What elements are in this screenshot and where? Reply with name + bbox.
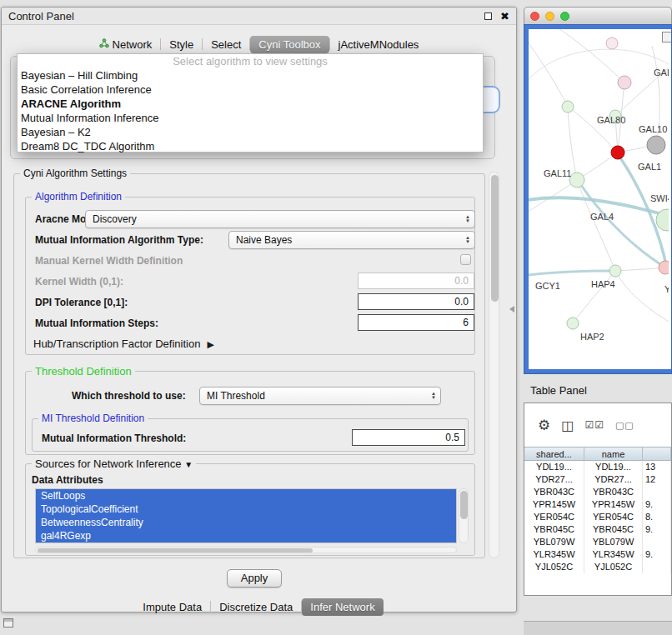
manual-kernel-checkbox[interactable] <box>460 254 471 265</box>
network-view-window: GALGAL80GAL10GAL11GAL1SWI4GAL4GCY1HAP4YH… <box>524 7 672 374</box>
hub-definition-toggle[interactable]: Hub/Transcription Factor Definition▶ <box>33 338 214 350</box>
column-header-partial[interactable] <box>643 448 671 460</box>
table-cell: YBR043C <box>584 486 643 498</box>
table-cell: 13 <box>643 461 671 473</box>
tab-discretize-data[interactable]: Discretize Data <box>211 598 301 616</box>
dropdown-placeholder-item[interactable]: Select algorithm to view settings <box>18 54 483 68</box>
table-row[interactable]: YBR045CYBR045C9. <box>524 523 671 536</box>
table-row[interactable]: YJL052CYJL052C <box>524 561 671 573</box>
table-row[interactable]: YER054CYER054C8. <box>524 511 671 523</box>
list-item[interactable]: TopologicalCoefficient <box>36 502 456 516</box>
network-edge <box>615 268 665 271</box>
network-node[interactable] <box>606 38 618 49</box>
window-close-button[interactable] <box>530 12 539 21</box>
float-panel-icon[interactable] <box>484 12 492 20</box>
dropdown-item[interactable]: Basic Correlation Inference <box>18 82 483 97</box>
network-node[interactable] <box>618 76 631 89</box>
apply-button[interactable]: Apply <box>227 569 282 588</box>
tab-jactivemnodules[interactable]: jActiveMNodules <box>330 36 428 53</box>
checked-boxes-icon[interactable]: ☑☑ <box>584 419 604 431</box>
network-node[interactable] <box>562 101 574 112</box>
obscured-combobox-fragment <box>482 86 500 113</box>
settings-scrollbar[interactable] <box>489 172 499 558</box>
sources-toggle[interactable]: Sources for Network Inference ▼ <box>32 458 196 470</box>
list-item[interactable]: BetweennessCentrality <box>36 516 456 529</box>
tab-impute-data[interactable]: Impute Data <box>134 598 210 616</box>
column-header-name[interactable]: name <box>584 448 643 460</box>
column-selector-icon[interactable]: ◫ <box>561 418 574 433</box>
network-window-titlebar <box>524 7 672 24</box>
network-node[interactable] <box>611 146 624 159</box>
network-node-label: GAL <box>654 68 669 78</box>
mi-type-label: Mutual Information Algorithm Type: <box>35 234 203 246</box>
attributes-list-hscrollbar[interactable] <box>35 547 457 553</box>
list-item[interactable]: gal4RGexp <box>36 529 456 542</box>
mi-type-value: Naive Bayes <box>236 234 292 246</box>
network-node-label: HAP2 <box>580 332 604 342</box>
window-minimize-button[interactable] <box>545 12 554 21</box>
table-cell: 8. <box>643 511 671 523</box>
mi-steps-input[interactable]: 6 <box>358 314 474 331</box>
combo-arrows-icon: ▲▼ <box>427 392 440 400</box>
dpi-tolerance-input[interactable]: 0.0 <box>358 293 474 310</box>
kernel-width-input[interactable]: 0.0 <box>358 272 474 289</box>
splitter-collapse-button[interactable] <box>509 306 514 312</box>
dropdown-item[interactable]: Bayesian – Hill Climbing <box>18 68 483 82</box>
window-zoom-button[interactable] <box>560 12 569 21</box>
network-node-label: Y <box>664 284 669 294</box>
aracne-mode-select[interactable]: Discovery ▲▼ <box>85 210 475 228</box>
combo-arrows-icon: ▲▼ <box>461 236 474 244</box>
attribute-table-rows: YDL19...YDL19...13YDR27...YDR27...12YBR0… <box>524 461 671 573</box>
network-edge <box>554 29 624 82</box>
table-cell: 9. <box>643 523 671 536</box>
table-cell: YDL19... <box>584 461 643 473</box>
close-icon[interactable]: ✖ <box>500 11 509 22</box>
tab-infer-network[interactable]: Infer Network <box>302 598 383 616</box>
network-node[interactable] <box>567 318 579 329</box>
table-row[interactable]: YBL079WYBL079W <box>524 536 671 548</box>
list-item[interactable]: SelfLoops <box>36 489 456 502</box>
network-node-label: GAL1 <box>638 162 661 172</box>
table-panel-title: Table Panel <box>530 384 587 397</box>
attributes-list-scrollbar[interactable] <box>459 488 469 543</box>
gear-icon[interactable]: ⚙ <box>538 417 550 434</box>
table-row[interactable]: YPR145WYPR145W9. <box>524 498 671 511</box>
tab-cyni-toolbox[interactable]: Cyni Toolbox <box>250 36 328 53</box>
table-cell: YER054C <box>584 511 643 523</box>
network-node-label: GAL80 <box>597 115 625 125</box>
panel-toggle-icon[interactable] <box>3 618 13 628</box>
tab-network[interactable]: Network <box>91 36 161 53</box>
dropdown-item[interactable]: Dream8 DC_TDC Algorithm <box>18 139 483 153</box>
tab-label: jActiveMNodules <box>339 38 419 51</box>
threshold-select[interactable]: MI Threshold ▲▼ <box>199 387 441 405</box>
dropdown-item[interactable]: Mutual Information Inference <box>18 111 483 125</box>
table-cell: YPR145W <box>584 498 643 511</box>
network-canvas-svg: GALGAL80GAL10GAL11GAL1SWI4GAL4GCY1HAP4YH… <box>529 29 669 369</box>
control-panel-title: Control Panel <box>8 10 74 22</box>
table-row[interactable]: YLR345WYLR345W9. <box>524 548 671 561</box>
network-node[interactable] <box>569 172 584 188</box>
mi-type-select[interactable]: Naive Bayes ▲▼ <box>228 231 475 249</box>
network-toolbar-fragment <box>662 32 671 42</box>
table-row[interactable]: YDR27...YDR27...12 <box>524 473 671 486</box>
data-attributes-list[interactable]: SelfLoops TopologicalCoefficient Between… <box>35 488 457 543</box>
dropdown-item-selected[interactable]: ARACNE Algorithm <box>18 97 483 111</box>
algorithm-dropdown-list: Select algorithm to view settings Bayesi… <box>17 53 484 152</box>
mi-threshold-input[interactable]: 0.5 <box>352 429 465 446</box>
tab-style[interactable]: Style <box>161 36 202 53</box>
network-node[interactable] <box>647 136 665 154</box>
network-node[interactable] <box>659 261 669 274</box>
network-node-label: GAL4 <box>590 212 614 222</box>
network-canvas[interactable]: GALGAL80GAL10GAL11GAL1SWI4GAL4GCY1HAP4YH… <box>529 29 671 369</box>
mi-threshold-group-title: MI Threshold Definition <box>38 412 148 424</box>
network-node[interactable] <box>609 265 621 277</box>
table-row[interactable]: YBR043CYBR043C <box>524 486 671 498</box>
dropdown-item[interactable]: Bayesian – K2 <box>18 125 483 139</box>
kernel-width-label: Kernel Width (0,1): <box>35 276 123 288</box>
network-edge <box>529 38 568 107</box>
column-header-shared-name[interactable]: shared... <box>524 448 584 460</box>
tab-select[interactable]: Select <box>203 36 249 53</box>
table-cell <box>643 486 671 498</box>
unchecked-boxes-icon[interactable]: ▢▢ <box>615 420 634 431</box>
table-row[interactable]: YDL19...YDL19...13 <box>524 461 671 473</box>
